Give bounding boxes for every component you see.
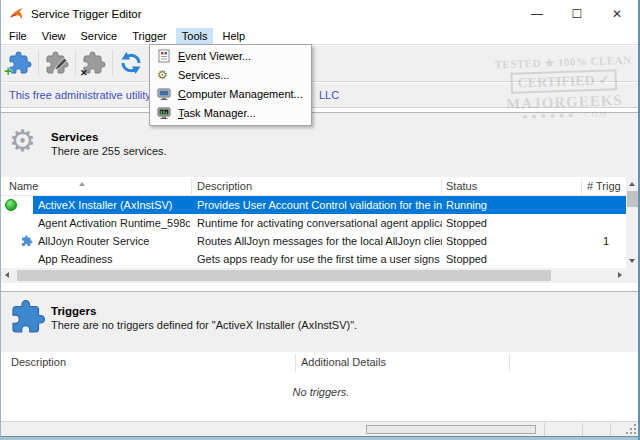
triggers-puzzle-icon [10,299,46,335]
service-name: App Readiness [38,250,190,268]
computer-icon [157,87,171,101]
info-bar: This free administrative utility was LLC [1,83,638,108]
service-name: AllJoyn Router Service [38,232,190,250]
window-bottom-border [1,436,638,440]
vertical-scrollbar-thumb[interactable] [627,191,638,207]
service-name: Agent Activation Runtime_598c0 [38,214,190,232]
event-viewer-icon [157,49,171,63]
column-separator[interactable] [295,354,296,372]
add-trigger-button[interactable]: + [3,48,37,79]
window-title: Service Trigger Editor [31,0,142,28]
toolbar-separator [112,50,113,76]
status-bar [1,421,638,436]
menu-file[interactable]: File [3,28,33,44]
menu-item-services[interactable]: ⚙ Services... [150,66,311,85]
service-status: Running [446,196,556,214]
menu-help[interactable]: Help [217,28,252,44]
table-row-agent-activation[interactable]: Agent Activation Runtime_598c0 Runtime f… [1,214,626,232]
triggers-section-title: Triggers [51,305,96,317]
scroll-right-icon[interactable] [618,272,622,278]
statusbar-divider [544,423,545,436]
column-header-triggers[interactable]: # Trigg [587,177,625,196]
app-icon [9,6,25,22]
x-badge-icon: ✕ [80,68,88,78]
column-separator[interactable] [441,179,442,194]
running-dot-icon [5,199,17,211]
menu-item-label: Services... [178,66,229,85]
menu-item-label: Event Viewer... [178,47,251,66]
service-status: Stopped [446,232,556,250]
toolbar: + ✕ [1,46,638,82]
tools-dropdown-menu: Event Viewer... ⚙ Services... Computer M… [149,44,312,126]
scroll-down-icon[interactable] [629,259,635,263]
statusbar-divider [582,423,583,436]
triggers-section-header: Triggers There are no triggers defined f… [1,291,638,352]
column-separator[interactable] [509,354,510,372]
column-header-description[interactable]: Description [197,177,397,196]
scroll-left-icon[interactable] [5,272,9,278]
service-trigger-count: 1 [556,232,609,250]
menu-bar: File View Service Trigger Tools Help [1,28,638,45]
service-name: ActiveX Installer (AxInstSV) [38,196,190,214]
triggers-empty-subtitle: There are no triggers defined for "Activ… [51,319,357,331]
maximize-button[interactable]: ☐ [557,0,597,28]
resize-grip[interactable] [626,424,636,434]
close-button[interactable]: ✕ [597,0,637,28]
task-manager-icon [157,106,171,120]
services-section-title: Services [51,131,98,143]
services-table-header: Name Description Status # Trigg [1,177,638,196]
menu-tools[interactable]: Tools [176,28,214,44]
plus-badge-icon: + [4,63,12,79]
refresh-button[interactable] [114,48,148,79]
refresh-icon [119,51,143,75]
column-header-additional-details[interactable]: Additional Details [301,352,386,372]
scrollbar-corner [626,268,639,283]
toolbar-separator [75,50,76,76]
services-count-text: There are 255 services. [51,145,167,157]
service-status: Stopped [446,250,556,268]
sort-ascending-icon [79,179,85,186]
horizontal-scrollbar-thumb[interactable] [17,270,551,281]
vertical-scrollbar[interactable] [626,177,639,268]
title-bar: Service Trigger Editor — ☐ ✕ [1,0,638,28]
toolbar-separator [38,50,39,76]
table-row-activex-installer[interactable]: ActiveX Installer (AxInstSV) Provides Us… [1,196,626,214]
menu-item-label: Computer Management... [178,85,303,104]
column-separator[interactable] [581,179,582,194]
service-description: Gets apps ready for use the first time a… [197,250,442,268]
edit-trigger-button[interactable] [40,48,74,79]
no-triggers-text: No triggers. [251,386,391,398]
table-row-alljoyn-router[interactable]: AllJoyn Router Service Routes AllJoyn me… [1,232,626,250]
service-trigger-editor-window: Service Trigger Editor — ☐ ✕ File View S… [0,0,640,440]
menu-service[interactable]: Service [75,28,124,44]
edit-trigger-icon [45,51,69,75]
info-text-right: LLC [319,83,339,107]
statusbar-divider [610,423,611,436]
menu-trigger[interactable]: Trigger [126,28,172,44]
minimize-button[interactable]: — [517,0,557,28]
horizontal-scrollbar[interactable] [1,268,626,283]
puzzle-icon [21,235,33,247]
service-description: Provides User Account Control validation… [197,196,442,214]
services-gear-icon: ⚙ [157,68,171,82]
column-separator[interactable] [191,179,192,194]
delete-trigger-button[interactable]: ✕ [77,48,111,79]
triggers-table: Description Additional Details No trigge… [1,352,638,421]
gear-icon: ⚙ [9,124,36,158]
column-header-status[interactable]: Status [446,177,546,196]
table-row-app-readiness[interactable]: App Readiness Gets apps ready for use th… [1,250,626,268]
scroll-up-icon[interactable] [629,182,635,186]
menu-item-event-viewer[interactable]: Event Viewer... [150,47,311,66]
menu-item-computer-management[interactable]: Computer Management... [150,85,311,104]
service-description: Runtime for activating conversational ag… [197,214,442,232]
services-table: Name Description Status # Trigg ActiveX … [1,177,638,283]
menu-item-label: Task Manager... [178,104,256,123]
services-section-header: ⚙ Services There are 255 services. [1,112,638,177]
menu-item-task-manager[interactable]: Task Manager... [150,104,311,123]
statusbar-well [366,425,536,434]
service-status: Stopped [446,214,556,232]
column-header-trigger-description[interactable]: Description [11,352,66,372]
service-description: Routes AllJoyn messages for the local Al… [197,232,442,250]
menu-view[interactable]: View [36,28,72,44]
